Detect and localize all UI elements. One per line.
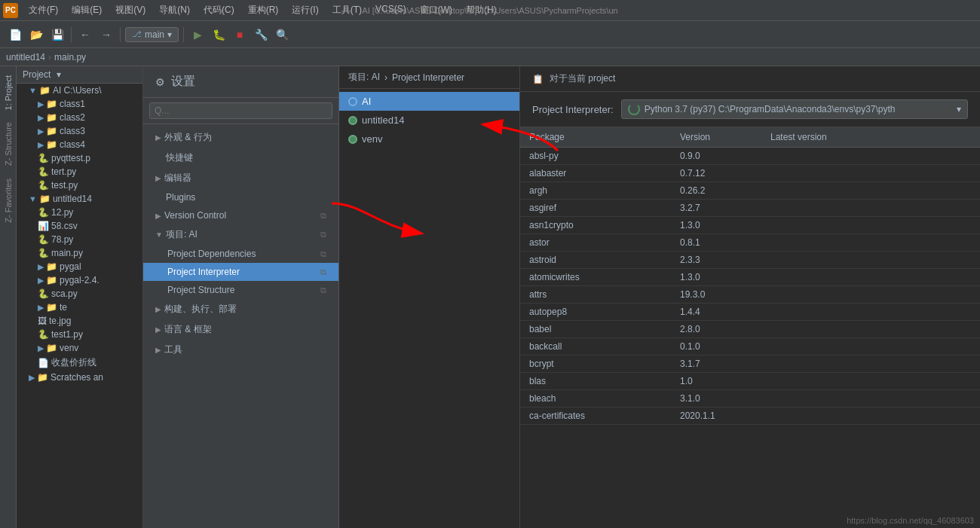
table-row[interactable]: absl-py 0.9.0 [520,148,980,165]
nav-project-ai[interactable]: ▼ 项目: AI ⧉ [143,224,338,245]
tree-item-venv[interactable]: ▶ 📁 venv [17,341,142,355]
menu-code[interactable]: 代码(C) [198,2,240,18]
settings-search-input[interactable] [149,102,332,119]
search-button[interactable]: 🔍 [273,26,291,44]
package-table: Package Version Latest version absl-py 0… [520,127,980,425]
menu-refactor[interactable]: 重构(R) [242,2,285,18]
tree-item-class3[interactable]: ▶ 📁 class3 [17,124,142,138]
tree-item-te[interactable]: ▶ 📁 te [17,301,142,314]
breadcrumb-item-1[interactable]: untitled14 [6,52,45,63]
table-row[interactable]: blas 1.0 [520,373,980,390]
tree-item-test1py[interactable]: 🐍 test1.py [17,328,142,341]
package-name: absl-py [520,148,671,165]
arrow-icon: ▶ [29,373,35,383]
nav-vcs[interactable]: ▶ Version Control ⧉ [143,206,338,224]
tree-item-tejpg[interactable]: 🖼 te.jpg [17,314,142,328]
package-version: 0.26.2 [671,182,761,200]
nav-project-interpreter[interactable]: Project Interpreter ⧉ [143,263,338,281]
nav-tools[interactable]: ▶ 工具 [143,340,338,360]
breadcrumb-arrow: › [384,72,387,83]
tree-item-class4[interactable]: ▶ 📁 class4 [17,138,142,151]
interpreter-dropdown[interactable]: Python 3.7 (py37) C:\ProgramData\Anacond… [621,99,968,119]
left-tab-project[interactable]: 1: Project [1,69,16,116]
nav-label: 快捷键 [155,151,193,164]
table-row[interactable]: argh 0.26.2 [520,182,980,200]
table-row[interactable]: astor 0.8.1 [520,234,980,252]
table-row[interactable]: babel 2.8.0 [520,321,980,338]
project-item-untitled14[interactable]: untitled14 [339,111,519,130]
project-item-venv[interactable]: venv [339,130,519,148]
file-tree-dropdown[interactable]: ▾ [57,69,61,80]
nav-editor[interactable]: ▶ 编辑器 [143,168,338,188]
tree-item-pygal[interactable]: ▶ 📁 pygal [17,260,142,273]
copy-icon: ⧉ [320,249,326,259]
arrow-icon: ▶ [38,303,44,313]
tree-item-ai[interactable]: ▼ 📁 AI C:\Users\ [17,84,142,97]
tree-item-scratches[interactable]: ▶ 📁 Scratches an [17,371,142,384]
forward-button[interactable]: → [97,26,115,44]
run-button[interactable]: ▶ [188,26,207,44]
tree-item-58csv[interactable]: 📊 58.csv [17,219,142,233]
py-file-icon: 🐍 [38,180,49,191]
tree-item-shoujia[interactable]: 📄 收盘价折线 [17,355,142,371]
left-tab-favorites[interactable]: Z- Favorites [1,172,16,229]
breadcrumb-item-2[interactable]: main.py [54,52,86,63]
back-button[interactable]: ← [76,26,94,44]
nav-plugins[interactable]: Plugins [143,188,338,206]
debug-button[interactable]: 🐛 [210,26,228,44]
tree-item-test[interactable]: 🐍 test.py [17,179,142,192]
package-latest [761,148,980,165]
tree-item-pygal24[interactable]: ▶ 📁 pygal-2.4. [17,273,142,287]
tree-item-untitled14[interactable]: ▼ 📁 untitled14 [17,192,142,206]
table-row[interactable]: backcall 0.1.0 [520,338,980,356]
new-file-button[interactable]: 📄 [6,26,24,44]
tree-item-scapy[interactable]: 🐍 sca.py [17,287,142,301]
menu-file[interactable]: 文件(F) [23,2,64,18]
toolbar: 📄 📂 💾 ← → ⎇ main ▾ ▶ 🐛 ■ 🔧 🔍 [0,21,980,48]
menu-nav[interactable]: 导航(N) [153,2,196,18]
file-tree-title: Project [23,69,51,80]
nav-project-structure[interactable]: Project Structure ⧉ [143,281,338,299]
project-item-ai[interactable]: AI [339,92,519,111]
table-row[interactable]: alabaster 0.7.12 [520,165,980,182]
nav-shortcuts[interactable]: 快捷键 [143,148,338,168]
menu-edit[interactable]: 编辑(E) [66,2,108,18]
table-row[interactable]: asn1crypto 1.3.0 [520,217,980,234]
tree-item-12py[interactable]: 🐍 12.py [17,206,142,219]
package-version: 1.3.0 [671,269,761,286]
nav-languages[interactable]: ▶ 语言 & 框架 [143,319,338,340]
table-row[interactable]: autopep8 1.4.4 [520,304,980,321]
save-button[interactable]: 💾 [48,26,66,44]
settings-search-container [143,98,338,124]
arrow-icon: ▶ [38,127,44,136]
table-row[interactable]: astroid 2.3.3 [520,252,980,269]
menu-run[interactable]: 运行(I) [286,2,324,18]
tree-item-class1[interactable]: ▶ 📁 class1 [17,97,142,111]
tree-item-78py[interactable]: 🐍 78.py [17,233,142,246]
nav-project-deps[interactable]: Project Dependencies ⧉ [143,245,338,263]
open-button[interactable]: 📂 [27,26,45,44]
project-item-label: venv [362,133,382,145]
menu-view[interactable]: 视图(V) [109,2,152,18]
nav-build[interactable]: ▶ 构建、执行、部署 [143,299,338,319]
table-row[interactable]: bcrypt 3.1.7 [520,356,980,373]
branch-selector[interactable]: ⎇ main ▾ [125,27,179,42]
table-row[interactable]: bleach 3.1.0 [520,390,980,407]
toolbar-sep-1 [71,27,72,42]
file-tree: Project ▾ ▼ 📁 AI C:\Users\ ▶ 📁 class1 ▶ … [17,66,143,528]
tree-item-pyqttest[interactable]: 🐍 pyqttest.p [17,151,142,165]
table-row[interactable]: atomicwrites 1.3.0 [520,269,980,286]
tree-item-class2[interactable]: ▶ 📁 class2 [17,111,142,124]
stop-button[interactable]: ■ [231,26,249,44]
package-version: 3.1.0 [671,390,761,407]
branch-icon: ⎇ [132,29,142,39]
table-row[interactable]: asgiref 3.2.7 [520,200,980,217]
table-row[interactable]: ca-certificates 2020.1.1 [520,407,980,425]
build-button[interactable]: 🔧 [252,26,270,44]
nav-appearance[interactable]: ▶ 外观 & 行为 [143,127,338,148]
table-row[interactable]: attrs 19.3.0 [520,286,980,304]
tree-label: main.py [51,248,83,258]
tree-item-mainpy[interactable]: 🐍 main.py [17,246,142,260]
tree-item-tert[interactable]: 🐍 tert.py [17,165,142,179]
left-tab-structure[interactable]: Z- Structure [1,116,16,172]
